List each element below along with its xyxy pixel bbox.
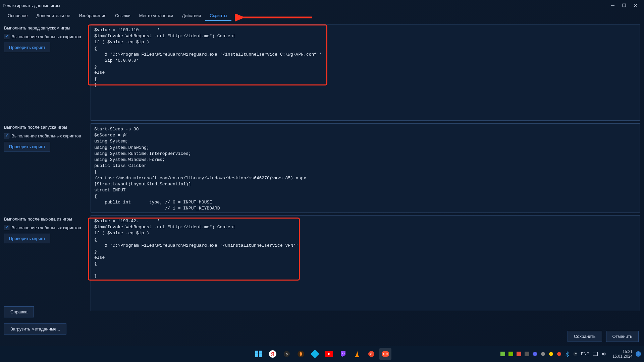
tab-actions[interactable]: Действия (177, 11, 205, 21)
taskbar-app-playnite[interactable] (379, 348, 391, 360)
taskbar-right: ENG 15:21 15.01.2024 2 (500, 349, 641, 359)
save-button[interactable]: Сохранить (568, 331, 602, 342)
tray-icon-1[interactable] (500, 351, 506, 357)
taskbar-app-twitch[interactable] (337, 348, 349, 360)
help-button[interactable]: Справка (4, 306, 34, 317)
svg-point-25 (383, 353, 384, 355)
tab-install-location[interactable]: Место установки (135, 11, 178, 21)
svg-point-32 (541, 352, 545, 356)
svg-point-36 (575, 353, 577, 354)
notifications-icon[interactable]: 2 (635, 351, 641, 357)
svg-text:8: 8 (370, 352, 372, 356)
pre-launch-script-input[interactable]: $value = '109.110. . ' $ip=(Invoke-WebRe… (91, 24, 640, 121)
svg-rect-21 (355, 356, 359, 357)
svg-text:ρ: ρ (286, 352, 288, 356)
svg-rect-38 (597, 352, 598, 356)
svg-rect-37 (593, 353, 597, 356)
tab-additional[interactable]: Дополнительное (32, 11, 75, 21)
cancel-button[interactable]: Отменить (606, 331, 639, 342)
svg-point-33 (549, 352, 553, 356)
post-launch-global-label: Выполнение глобальных скриптов (11, 133, 81, 138)
svg-rect-30 (525, 352, 529, 356)
section-post-exit: Выполнить после выхода из игры Выполнени… (4, 215, 640, 311)
pre-launch-global-checkbox[interactable] (4, 34, 9, 39)
tray-icon-yandex[interactable] (548, 351, 554, 357)
start-button[interactable] (253, 348, 265, 360)
window-controls (607, 1, 641, 10)
section-pre-launch: Выполнить перед запуском игры Выполнение… (4, 24, 640, 121)
svg-rect-27 (500, 352, 505, 356)
taskbar: Я ρ 8 ENG 15:21 15.01.2024 2 (0, 346, 644, 362)
tab-main[interactable]: Основное (3, 11, 32, 21)
svg-rect-24 (382, 351, 389, 357)
taskbar-app-yandex[interactable]: Я (267, 348, 279, 360)
post-exit-label: Выполнить после выхода из игры (4, 217, 91, 222)
tray-icon-6[interactable] (540, 351, 546, 357)
svg-point-31 (533, 352, 537, 356)
tab-bar: Основное Дополнительное Изображения Ссыл… (0, 11, 644, 21)
post-launch-global-checkbox[interactable] (4, 133, 9, 138)
tray-icon-3[interactable] (516, 351, 522, 357)
svg-rect-7 (259, 351, 262, 354)
tray-icons (500, 351, 578, 357)
svg-marker-39 (602, 352, 604, 356)
svg-point-34 (557, 352, 561, 356)
svg-rect-28 (508, 352, 513, 356)
minimize-button[interactable] (607, 1, 619, 10)
tray-icon-4[interactable] (524, 351, 530, 357)
tray-icon-bluetooth[interactable] (564, 351, 570, 357)
taskbar-center: Я ρ 8 (253, 348, 391, 360)
close-button[interactable] (630, 1, 641, 10)
tray-icon-nvidia[interactable] (508, 351, 514, 357)
post-launch-script-input[interactable]: Start-Sleep -s 30 $cSource = @' using Sy… (91, 123, 640, 213)
clock[interactable]: 15:21 15.01.2024 (612, 349, 633, 359)
post-launch-label: Выполнить после запуска игры (4, 125, 91, 130)
bottom-left-buttons: Справка Загрузить метаданные... (4, 306, 66, 335)
tab-links[interactable]: Ссылки (111, 11, 135, 21)
tray-icon-8[interactable] (556, 351, 562, 357)
svg-rect-6 (255, 351, 258, 354)
svg-point-26 (386, 353, 388, 355)
taskbar-app-3[interactable] (295, 348, 307, 360)
post-exit-global-checkbox[interactable] (4, 225, 9, 230)
tray-icon-discord[interactable] (532, 351, 538, 357)
svg-rect-29 (517, 352, 521, 356)
clock-date: 15.01.2024 (612, 354, 633, 359)
post-exit-test-button[interactable]: Проверить скрипт (4, 234, 50, 243)
svg-rect-15 (311, 350, 319, 358)
pre-launch-global-label: Выполнение глобальных скриптов (11, 34, 81, 39)
post-exit-script-input[interactable]: $value = '193.42. . ' $ip=(Invoke-WebReq… (91, 215, 640, 311)
tray-icon-steam[interactable] (572, 351, 578, 357)
svg-rect-9 (259, 354, 262, 357)
svg-text:Я: Я (271, 351, 274, 357)
svg-point-35 (573, 352, 577, 356)
svg-marker-20 (356, 351, 359, 356)
volume-icon[interactable] (601, 351, 607, 357)
section-post-launch: Выполнить после запуска игры Выполнение … (4, 123, 640, 213)
svg-rect-18 (342, 353, 343, 354)
dialog-actions: Сохранить Отменить (568, 331, 639, 342)
titlebar: Редактировать данные игры (0, 0, 644, 11)
taskbar-app-8[interactable]: 8 (365, 348, 377, 360)
taskbar-app-2[interactable]: ρ (281, 348, 293, 360)
tab-images[interactable]: Изображения (74, 11, 111, 21)
post-launch-test-button[interactable]: Проверить скрипт (4, 142, 50, 152)
pre-launch-label: Выполнить перед запуском игры (4, 25, 91, 31)
svg-rect-1 (623, 4, 626, 7)
window-title: Редактировать данные игры (3, 3, 607, 8)
taskbar-app-vlc[interactable] (351, 348, 363, 360)
svg-rect-19 (344, 353, 344, 354)
language-indicator[interactable]: ENG (581, 352, 590, 356)
content-area: Выполнить перед запуском игры Выполнение… (0, 24, 644, 311)
tab-scripts[interactable]: Скрипты (205, 11, 231, 21)
taskbar-app-youtube[interactable] (323, 348, 335, 360)
post-exit-global-label: Выполнение глобальных скриптов (11, 225, 81, 230)
download-metadata-button[interactable]: Загрузить метаданные... (4, 323, 66, 335)
svg-rect-8 (255, 354, 258, 357)
network-icon[interactable] (592, 351, 598, 357)
maximize-button[interactable] (619, 1, 630, 10)
svg-text:2: 2 (637, 352, 639, 356)
clock-time: 15:21 (612, 349, 633, 354)
pre-launch-test-button[interactable]: Проверить скрипт (4, 43, 50, 52)
taskbar-app-kodi[interactable] (309, 348, 321, 360)
